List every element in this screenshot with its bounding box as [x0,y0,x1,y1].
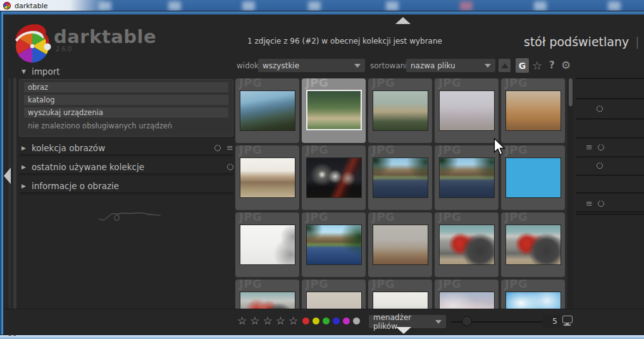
thumbnail-cell[interactable]: JPG [368,213,432,277]
desktop-icon-blur [168,1,181,11]
panel-collections-header[interactable]: ▶ kolekcja obrazów ≡ [22,143,233,153]
thumbnail-cell[interactable]: JPG [235,78,299,143]
sort-direction-button[interactable] [498,59,511,72]
presets-icon[interactable]: ≡ [586,200,593,207]
photo-thumbnail [439,157,495,198]
desktop-icon-blur [242,1,255,11]
help-icon[interactable]: ? [549,59,555,71]
thumbnail-cell[interactable]: JPG [368,78,432,143]
left-panel-gutter-inner [13,78,16,336]
photo-thumbnail [306,90,362,130]
reset-icon[interactable] [597,106,603,112]
photo-thumbnail [240,157,295,198]
thumbnail-cell[interactable]: JPG [501,145,565,210]
color-label-green[interactable] [323,317,330,324]
layout-mode-dropdown[interactable]: menadżer plików [369,315,446,328]
grid-scrollbar-handle[interactable] [569,78,573,106]
color-label-blue[interactable] [333,317,340,324]
thumbnail-cell[interactable]: JPG [435,280,498,309]
app-version: 2.6.0 [56,46,71,52]
right-panel-divider [576,78,644,79]
thumbnail-cell[interactable]: JPG [368,145,432,210]
thumbnail-cell[interactable]: JPG [368,280,432,309]
top-panel-toggle-arrow[interactable] [395,17,411,24]
thumbnail-cell[interactable]: JPG [235,280,299,309]
color-label-gray[interactable] [353,317,360,324]
reset-icon[interactable] [227,164,233,170]
display-profile-icon[interactable] [562,316,573,323]
bottom-panel-toggle-arrow[interactable] [396,327,411,334]
view-filter-label: widok [237,61,259,70]
thumbnail-cell[interactable]: JPG [501,213,565,277]
sort-value: nazwa pliku [411,61,455,70]
right-panel-module-header[interactable] [597,106,603,112]
photo-thumbnail [373,225,428,265]
filetype-watermark: JPG [306,213,328,223]
window-titlebar[interactable]: darktable [0,0,108,11]
view-lighttable-link[interactable]: stół podświetlany [524,35,629,49]
import-folder-button[interactable]: katalog [24,95,228,105]
thumbnail-cell-selected[interactable]: JPG [302,78,366,143]
thumbnail-cell[interactable]: JPG [235,145,299,210]
photo-thumbnail [306,292,362,309]
zoom-slider-handle[interactable] [462,316,472,326]
thumbnail-cell[interactable]: JPG [235,213,299,277]
presets-icon[interactable]: ≡ [586,144,593,151]
no-devices-note: nie znaleziono obsługiwanych urządzeń [20,121,233,130]
overlays-star-icon[interactable]: ☆ [532,59,542,72]
reset-icon[interactable] [597,163,603,169]
right-panel-module-header[interactable] [597,163,603,169]
preferences-gear-icon[interactable]: ⚙ [561,59,571,71]
color-label-red[interactable] [302,317,309,324]
right-panel-module-header[interactable]: ≡ [586,144,604,151]
rating-star-icon[interactable]: ☆ [237,314,247,327]
desktop-icon-blur [308,1,321,11]
left-panel-collapse-arrow[interactable] [4,168,11,184]
triangle-down-icon: ▼ [22,68,26,75]
color-label-yellow[interactable] [313,317,319,324]
filetype-watermark: JPG [438,78,461,89]
rating-star-icon[interactable]: ☆ [276,314,285,327]
thumbnail-cell[interactable]: JPG [435,145,498,210]
rating-star-icon[interactable]: ☆ [288,314,298,327]
import-image-button[interactable]: obraz [24,82,228,92]
scan-devices-button[interactable]: wyszukaj urządzenia [24,108,228,118]
filetype-watermark: JPG [239,213,262,223]
zoom-level-value[interactable]: 5 [543,315,560,328]
right-panel-divider [576,211,644,213]
panel-recent-collections-header[interactable]: ▶ ostatnio używane kolekcje [22,162,233,172]
reset-icon[interactable] [598,200,604,207]
view-filter-dropdown[interactable]: wszystkie [258,59,365,72]
chevron-down-icon [485,64,491,68]
filetype-watermark: JPG [372,280,395,290]
rating-star-icon[interactable]: ☆ [263,314,273,327]
photo-thumbnail [505,292,561,309]
photo-thumbnail [240,292,295,309]
presets-icon[interactable]: ≡ [226,145,233,151]
reset-icon[interactable] [214,145,221,151]
thumbnail-cell[interactable]: JPG [302,145,366,210]
chevron-down-icon [435,320,442,324]
thumbnail-cell[interactable]: JPG [501,78,565,143]
rating-star-icon[interactable]: ☆ [250,314,259,327]
panel-import-header[interactable]: ▼ import [22,66,233,77]
triangle-right-icon: ▶ [22,183,26,189]
grid-scrollbar-track[interactable] [568,78,573,309]
panel-divider [19,154,233,156]
photo-thumbnail [505,157,561,198]
desktop-icon-blur [386,1,399,11]
thumbnail-cell[interactable]: JPG [435,78,498,143]
filetype-watermark: JPG [239,280,262,290]
sort-dropdown[interactable]: nazwa pliku [406,59,495,72]
photo-thumbnail [439,292,495,309]
panel-image-info-title: informacje o obrazie [32,181,119,191]
right-panel-module-header[interactable]: ≡ [586,200,604,207]
thumbnail-cell[interactable]: JPG [302,280,366,309]
thumbnail-cell[interactable]: JPG [302,213,366,277]
reset-icon[interactable] [598,144,604,151]
panel-image-info-header[interactable]: ▶ informacje o obrazie [22,181,233,191]
thumbnail-cell[interactable]: JPG [501,280,565,309]
thumbnail-cell[interactable]: JPG [435,213,498,277]
grouping-button[interactable]: G [516,58,529,73]
color-label-purple[interactable] [343,317,350,324]
